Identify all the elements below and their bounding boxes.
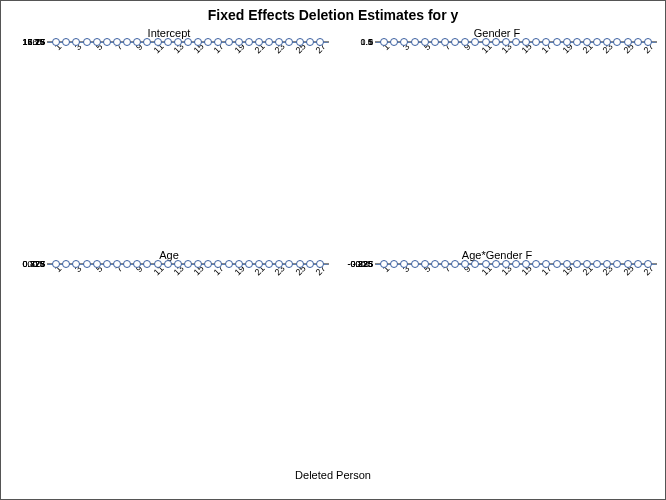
data-marker bbox=[296, 260, 304, 268]
data-marker bbox=[400, 260, 408, 268]
data-marker bbox=[583, 38, 591, 46]
data-marker bbox=[103, 38, 111, 46]
data-marker bbox=[573, 38, 581, 46]
plot-wrap: 0.70.7250.750.7750.80.825135791113151719… bbox=[47, 263, 329, 443]
data-marker bbox=[431, 38, 439, 46]
data-marker bbox=[512, 260, 520, 268]
data-marker bbox=[441, 260, 449, 268]
panel-age-gender-f: Age*Gender F -0.35-0.325-0.3-0.275-0.25-… bbox=[337, 247, 657, 465]
data-marker bbox=[644, 38, 652, 46]
data-marker bbox=[542, 38, 550, 46]
plot-wrap: -0.35-0.325-0.3-0.275-0.25-0.22513579111… bbox=[375, 263, 657, 443]
data-marker bbox=[441, 38, 449, 46]
data-marker bbox=[93, 38, 101, 46]
data-marker bbox=[522, 38, 530, 46]
data-marker bbox=[624, 260, 632, 268]
data-marker bbox=[235, 260, 243, 268]
data-marker bbox=[553, 260, 561, 268]
data-marker bbox=[573, 260, 581, 268]
y-tick-label: 0.825 bbox=[22, 259, 48, 269]
panel-age: Age 0.70.7250.750.7750.80.82513579111315… bbox=[9, 247, 329, 465]
plot-wrap: 00.511.513579111315171921232527 bbox=[375, 41, 657, 221]
data-marker bbox=[275, 260, 283, 268]
data-marker bbox=[316, 38, 324, 46]
data-marker bbox=[133, 38, 141, 46]
data-marker bbox=[563, 260, 571, 268]
chart-container: Fixed Effects Deletion Estimates for y I… bbox=[0, 0, 666, 500]
data-marker bbox=[184, 260, 192, 268]
data-marker bbox=[245, 38, 253, 46]
data-marker bbox=[451, 260, 459, 268]
data-marker bbox=[461, 260, 469, 268]
data-marker bbox=[285, 38, 293, 46]
data-marker bbox=[390, 38, 398, 46]
panel-grid: Intercept 15.751616.2516.516.751717.2513… bbox=[1, 25, 665, 465]
plot-area-gender-f: 00.511.513579111315171921232527 bbox=[375, 41, 657, 43]
data-marker bbox=[482, 260, 490, 268]
data-marker bbox=[411, 38, 419, 46]
data-marker bbox=[265, 260, 273, 268]
data-marker bbox=[174, 38, 182, 46]
data-marker bbox=[123, 38, 131, 46]
data-marker bbox=[72, 260, 80, 268]
data-marker bbox=[214, 260, 222, 268]
data-marker bbox=[194, 38, 202, 46]
data-marker bbox=[613, 38, 621, 46]
data-marker bbox=[103, 260, 111, 268]
data-marker bbox=[275, 38, 283, 46]
data-marker bbox=[245, 260, 253, 268]
data-marker bbox=[133, 260, 141, 268]
plot-area-intercept: 15.751616.2516.516.751717.25135791113151… bbox=[47, 41, 329, 43]
data-marker bbox=[502, 38, 510, 46]
plot-area-age: 0.70.7250.750.7750.80.825135791113151719… bbox=[47, 263, 329, 265]
data-marker bbox=[593, 38, 601, 46]
plot-area-age-gender-f: -0.35-0.325-0.3-0.275-0.25-0.22513579111… bbox=[375, 263, 657, 265]
data-marker bbox=[421, 38, 429, 46]
data-marker bbox=[306, 260, 314, 268]
data-marker bbox=[431, 260, 439, 268]
data-marker bbox=[123, 260, 131, 268]
y-tick-label: 1.5 bbox=[360, 37, 376, 47]
data-marker bbox=[113, 260, 121, 268]
data-marker bbox=[154, 38, 162, 46]
data-marker bbox=[492, 260, 500, 268]
data-marker bbox=[316, 260, 324, 268]
data-marker bbox=[143, 38, 151, 46]
data-marker bbox=[532, 38, 540, 46]
data-marker bbox=[400, 38, 408, 46]
data-marker bbox=[532, 260, 540, 268]
data-marker bbox=[184, 38, 192, 46]
data-marker bbox=[255, 38, 263, 46]
data-marker bbox=[522, 260, 530, 268]
data-marker bbox=[83, 260, 91, 268]
data-marker bbox=[380, 260, 388, 268]
data-marker bbox=[296, 38, 304, 46]
data-marker bbox=[563, 38, 571, 46]
data-marker bbox=[225, 38, 233, 46]
data-marker bbox=[62, 38, 70, 46]
data-marker bbox=[603, 38, 611, 46]
data-marker bbox=[471, 38, 479, 46]
data-marker bbox=[593, 260, 601, 268]
data-marker bbox=[113, 38, 121, 46]
data-marker bbox=[72, 38, 80, 46]
data-marker bbox=[512, 38, 520, 46]
data-marker bbox=[225, 260, 233, 268]
data-marker bbox=[542, 260, 550, 268]
data-marker bbox=[285, 260, 293, 268]
data-marker bbox=[214, 38, 222, 46]
data-marker bbox=[380, 38, 388, 46]
data-marker bbox=[583, 260, 591, 268]
y-tick-label: -0.225 bbox=[347, 259, 376, 269]
data-marker bbox=[62, 260, 70, 268]
data-marker bbox=[492, 38, 500, 46]
data-marker bbox=[634, 38, 642, 46]
data-marker bbox=[194, 260, 202, 268]
data-marker bbox=[306, 38, 314, 46]
data-marker bbox=[644, 260, 652, 268]
panel-gender-f: Gender F 00.511.513579111315171921232527 bbox=[337, 25, 657, 243]
y-tick-label: 17.25 bbox=[22, 37, 48, 47]
data-marker bbox=[255, 260, 263, 268]
data-marker bbox=[471, 260, 479, 268]
data-marker bbox=[502, 260, 510, 268]
